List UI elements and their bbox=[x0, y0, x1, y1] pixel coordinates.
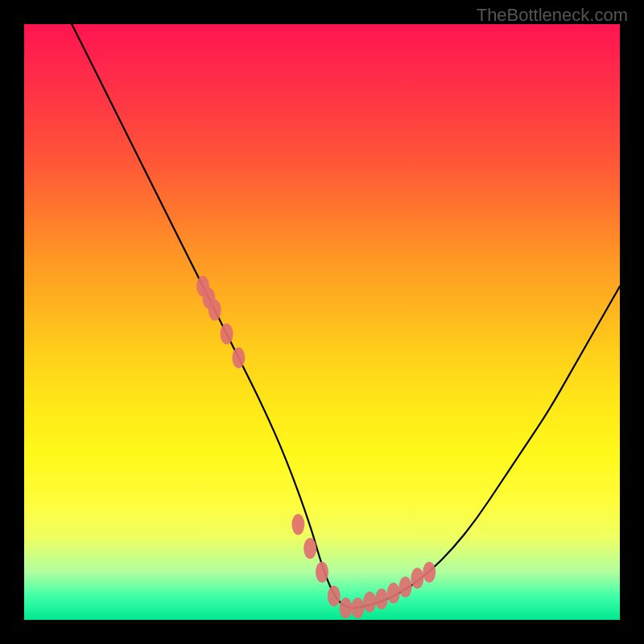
highlight-marker bbox=[328, 585, 341, 606]
highlight-marker bbox=[399, 576, 412, 597]
highlight-marker bbox=[232, 347, 245, 368]
highlight-markers-group bbox=[196, 276, 436, 619]
highlight-marker bbox=[387, 583, 400, 604]
chart-svg bbox=[24, 24, 620, 620]
highlight-marker bbox=[411, 568, 423, 588]
highlight-marker bbox=[375, 588, 388, 609]
bottleneck-curve-line bbox=[72, 24, 620, 608]
highlight-marker bbox=[363, 592, 376, 613]
highlight-marker bbox=[316, 562, 328, 583]
highlight-marker bbox=[351, 597, 364, 618]
watermark-text: TheBottleneck.com bbox=[477, 5, 628, 26]
highlight-marker bbox=[291, 514, 304, 535]
highlight-marker bbox=[340, 597, 353, 618]
highlight-marker bbox=[208, 299, 221, 320]
highlight-marker bbox=[303, 538, 316, 559]
highlight-marker bbox=[423, 562, 436, 583]
highlight-marker bbox=[221, 324, 233, 345]
